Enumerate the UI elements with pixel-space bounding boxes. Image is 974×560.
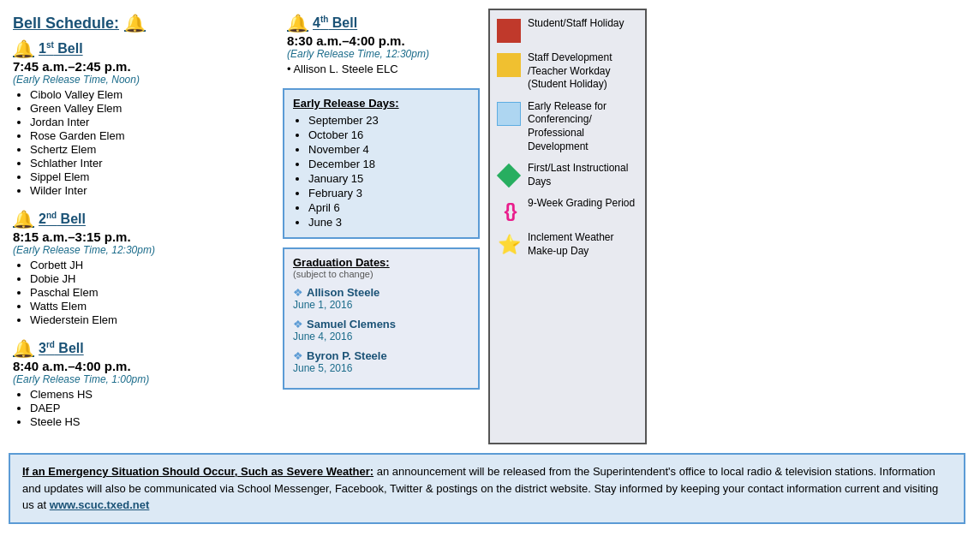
legend-inclement-text: Inclement Weather Make-up Day <box>528 231 638 258</box>
second-bell-time: 8:15 a.m.–3:15 p.m. <box>13 229 270 244</box>
list-item: January 15 <box>308 172 469 185</box>
bell-schedule-title: Bell Schedule: 🔔 <box>13 13 270 33</box>
grad-school-1: ❖Allison Steele <box>293 286 469 299</box>
legend-first-last-text: First/Last Instructional Days <box>528 162 638 188</box>
footer-bar: If an Emergency Situation Should Occur, … <box>9 453 965 524</box>
list-item: April 6 <box>308 201 469 214</box>
third-bell-name: 🔔 3rd Bell <box>13 338 270 359</box>
bell-schedule-column: Bell Schedule: 🔔 🔔 1st Bell 7:45 a.m.–2:… <box>9 9 274 444</box>
list-item: Steele HS <box>30 415 270 428</box>
second-bell-section: 🔔 2nd Bell 8:15 a.m.–3:15 p.m. (Early Re… <box>13 209 270 326</box>
legend-first-last: First/Last Instructional Days <box>497 162 638 188</box>
fourth-bell-time: 8:30 a.m.–4:00 p.m. <box>287 33 475 48</box>
legend-staff-development: Staff Development /Teacher Workday (Stud… <box>497 51 638 92</box>
nine-week-icon: { } <box>497 199 521 223</box>
list-item: June 3 <box>308 216 469 229</box>
third-bell-section: 🔔 3rd Bell 8:40 a.m.–4:00 p.m. (Early Re… <box>13 338 270 428</box>
yellow-box-icon <box>497 53 521 77</box>
star-icon: ⭐ <box>497 233 521 257</box>
footer-bold-text: If an Emergency Situation Should Occur, … <box>22 465 373 478</box>
first-bell-section: 🔔 1st Bell 7:45 a.m.–2:45 p.m. (Early Re… <box>13 39 270 197</box>
legend-staff-development-text: Staff Development /Teacher Workday (Stud… <box>528 51 638 92</box>
early-release-days-title: Early Release Days: <box>293 97 469 110</box>
list-item: Sippel Elem <box>30 170 270 183</box>
fourth-bell-early-release: (Early Release Time, 12:30pm) <box>287 48 475 60</box>
list-item: Dobie JH <box>30 272 270 285</box>
bell-icon-2: 🔔 <box>13 209 34 229</box>
third-bell-schools: Clemens HS DAEP Steele HS <box>13 388 270 428</box>
diamond-icon <box>497 164 521 188</box>
bell-icon-title: 🔔 <box>124 13 146 33</box>
graduation-title: Graduation Dates: <box>293 256 469 269</box>
main-content: Bell Schedule: 🔔 🔔 1st Bell 7:45 a.m.–2:… <box>0 0 974 444</box>
bell-icon-1: 🔔 <box>13 39 34 59</box>
legend-column: Student/Staff Holiday Staff Development … <box>488 9 647 444</box>
third-bell-early-release: (Early Release Time, 1:00pm) <box>13 373 270 385</box>
list-item: DAEP <box>30 402 270 414</box>
graduation-subtitle: (subject to change) <box>293 269 469 279</box>
early-release-days-list: September 23 October 16 November 4 Decem… <box>293 114 469 229</box>
legend-9week-text: 9-Week Grading Period <box>528 197 635 211</box>
middle-column: 🔔 4th Bell 8:30 a.m.–4:00 p.m. (Early Re… <box>283 9 480 444</box>
legend-student-staff-holiday: Student/Staff Holiday <box>497 17 638 43</box>
fourth-bell-section: 🔔 4th Bell 8:30 a.m.–4:00 p.m. (Early Re… <box>283 9 480 80</box>
first-bell-time: 7:45 a.m.–2:45 p.m. <box>13 59 270 74</box>
second-bell-schools: Corbett JH Dobie JH Paschal Elem Watts E… <box>13 259 270 326</box>
grad-entry-3: ❖Byron P. Steele June 5, 2016 <box>293 349 469 374</box>
grad-date-1: June 1, 2016 <box>293 299 469 311</box>
list-item: Schertz Elem <box>30 143 270 156</box>
fourth-bell-name: 🔔 4th Bell <box>287 13 475 33</box>
grad-date-3: June 5, 2016 <box>293 362 469 374</box>
early-release-days-box: Early Release Days: September 23 October… <box>283 88 480 239</box>
fourth-bell-schools: • Allison L. Steele ELC <box>287 63 475 75</box>
second-bell-early-release: (Early Release Time, 12:30pm) <box>13 244 270 256</box>
grad-entry-1: ❖Allison Steele June 1, 2016 <box>293 286 469 311</box>
list-item: Green Valley Elem <box>30 102 270 115</box>
list-item: Jordan Inter <box>30 116 270 128</box>
third-bell-time: 8:40 a.m.–4:00 p.m. <box>13 359 270 373</box>
legend-student-staff-holiday-text: Student/Staff Holiday <box>528 17 624 31</box>
bell-schedule-label: Bell Schedule: <box>13 15 119 33</box>
second-bell-name: 🔔 2nd Bell <box>13 209 270 229</box>
list-item: December 18 <box>308 158 469 170</box>
bell-icon-4: 🔔 <box>287 13 308 33</box>
grad-date-2: June 4, 2016 <box>293 331 469 343</box>
legend-inclement: ⭐ Inclement Weather Make-up Day <box>497 231 638 258</box>
legend-early-release: Early Release for Conferencing/ Professi… <box>497 100 638 153</box>
diamond-shape <box>497 164 521 188</box>
list-item: Clemens HS <box>30 388 270 401</box>
red-box-icon <box>497 19 521 43</box>
first-bell-early-release: (Early Release Time, Noon) <box>13 74 270 86</box>
legend-early-release-text: Early Release for Conferencing/ Professi… <box>528 100 638 153</box>
list-item: October 16 <box>308 128 469 141</box>
list-item: Paschal Elem <box>30 286 270 299</box>
list-item: Watts Elem <box>30 300 270 313</box>
graduation-box: Graduation Dates: (subject to change) ❖A… <box>283 247 480 390</box>
bell-icon-3: 🔔 <box>13 338 34 359</box>
footer-link[interactable]: www.scuc.txed.net <box>50 498 150 511</box>
list-item: Rose Garden Elem <box>30 129 270 142</box>
list-item: Corbett JH <box>30 259 270 271</box>
grad-school-3: ❖Byron P. Steele <box>293 349 469 362</box>
list-item: November 4 <box>308 143 469 156</box>
list-item: Wilder Inter <box>30 184 270 197</box>
legend-9week: { } 9-Week Grading Period <box>497 197 638 223</box>
list-item: Wiederstein Elem <box>30 313 270 326</box>
list-item: Schlather Inter <box>30 157 270 170</box>
list-item: September 23 <box>308 114 469 127</box>
bracket-icon: { } <box>504 201 513 220</box>
first-bell-schools: Cibolo Valley Elem Green Valley Elem Jor… <box>13 88 270 197</box>
list-item: Cibolo Valley Elem <box>30 88 270 101</box>
grad-entry-2: ❖Samuel Clemens June 4, 2016 <box>293 318 469 343</box>
grad-school-2: ❖Samuel Clemens <box>293 318 469 331</box>
list-item: February 3 <box>308 187 469 200</box>
light-blue-box-icon <box>497 102 521 126</box>
first-bell-name: 🔔 1st Bell <box>13 39 270 59</box>
